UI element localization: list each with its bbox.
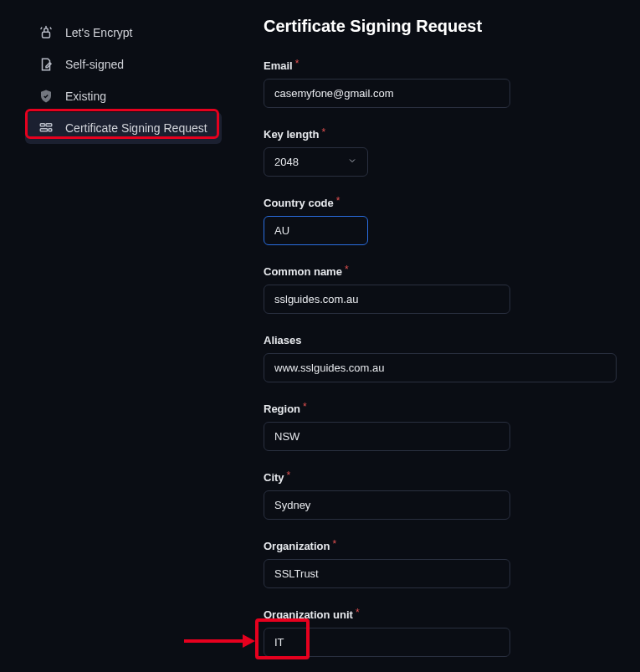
key-length-select[interactable]: 2048 xyxy=(264,147,368,177)
sidebar-item-lets-encrypt[interactable]: Let's Encrypt xyxy=(25,17,222,49)
svg-rect-1 xyxy=(40,124,44,126)
sidebar-item-label: Certificate Signing Request xyxy=(65,121,207,135)
country-code-label: Country code xyxy=(264,197,334,209)
sidebar-item-existing[interactable]: Existing xyxy=(25,80,222,112)
main-content: Certificate Signing Request Email* Key l… xyxy=(222,17,640,672)
common-name-input[interactable] xyxy=(264,285,510,314)
sidebar-item-self-signed[interactable]: Self-signed xyxy=(25,49,222,80)
required-marker: * xyxy=(321,126,325,138)
common-name-label: Common name xyxy=(264,265,342,278)
required-marker: * xyxy=(287,469,291,481)
required-marker: * xyxy=(303,401,307,413)
email-label: Email xyxy=(264,59,293,72)
chevron-down-icon xyxy=(347,156,357,168)
required-marker: * xyxy=(332,538,336,550)
organization-input[interactable] xyxy=(264,559,510,588)
required-marker: * xyxy=(295,58,300,69)
region-input[interactable] xyxy=(264,422,510,451)
organization-unit-label: Organization unit xyxy=(264,608,353,621)
svg-rect-2 xyxy=(46,124,52,126)
lock-shine-icon xyxy=(38,25,54,40)
svg-rect-3 xyxy=(40,129,47,131)
shield-check-icon xyxy=(38,89,54,104)
region-label: Region xyxy=(264,403,300,415)
form-fields-icon xyxy=(38,121,54,136)
organization-label: Organization xyxy=(264,540,330,552)
organization-unit-input[interactable] xyxy=(264,628,510,657)
svg-rect-0 xyxy=(43,32,50,38)
country-code-input[interactable] xyxy=(264,216,368,245)
sidebar: Let's Encrypt Self-signed Existing Certi… xyxy=(0,17,222,672)
document-pencil-icon xyxy=(38,57,54,72)
svg-rect-4 xyxy=(49,129,52,131)
sidebar-item-csr[interactable]: Certificate Signing Request xyxy=(25,112,222,144)
required-marker: * xyxy=(336,195,340,207)
aliases-label: Aliases xyxy=(264,334,302,346)
city-input[interactable] xyxy=(264,490,510,520)
key-length-label: Key length xyxy=(264,128,319,141)
sidebar-item-label: Existing xyxy=(65,90,106,103)
required-marker: * xyxy=(356,607,360,618)
sidebar-item-label: Self-signed xyxy=(65,58,124,71)
city-label: City xyxy=(264,471,284,484)
page-title: Certificate Signing Request xyxy=(264,17,619,36)
key-length-value: 2048 xyxy=(274,156,299,168)
sidebar-item-label: Let's Encrypt xyxy=(65,26,133,39)
email-input[interactable] xyxy=(264,79,510,108)
required-marker: * xyxy=(345,264,349,275)
aliases-input[interactable] xyxy=(264,353,617,382)
